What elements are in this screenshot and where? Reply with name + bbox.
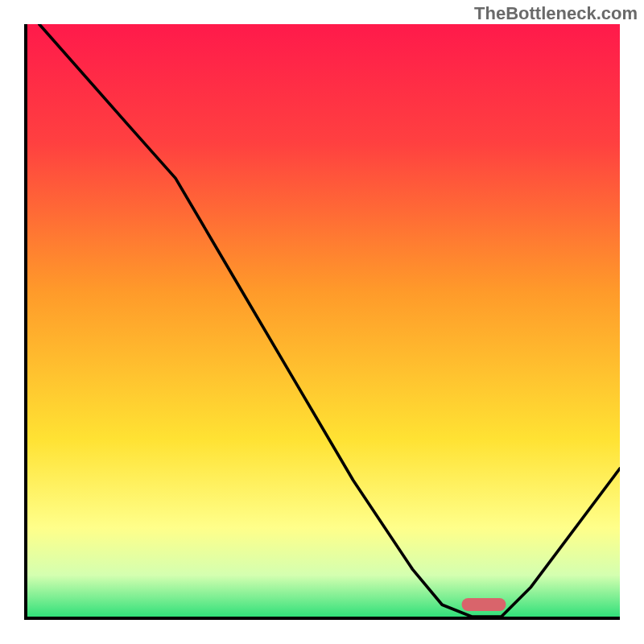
chart-plot-area xyxy=(24,24,620,620)
watermark-text: TheBottleneck.com xyxy=(474,3,638,24)
optimal-point-marker xyxy=(461,598,506,611)
bottleneck-curve xyxy=(27,24,620,617)
